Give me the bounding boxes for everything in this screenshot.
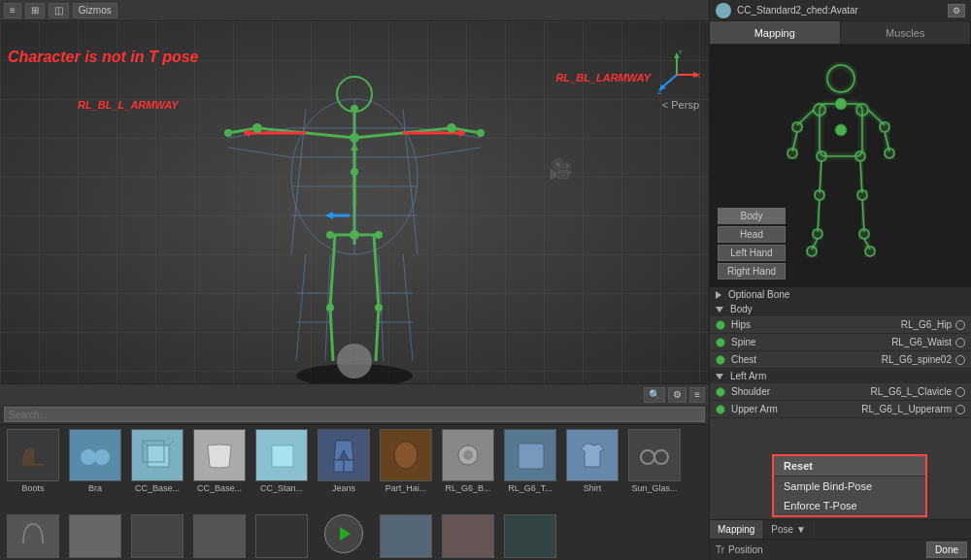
asset2-3[interactable] — [128, 514, 186, 558]
svg-line-65 — [143, 441, 148, 445]
bone-dot-shoulder — [716, 387, 725, 397]
svg-line-4 — [662, 75, 677, 87]
asset-jeans[interactable]: Jeans — [315, 429, 373, 509]
viewport-bottom-bar: 🔍 ⚙ ≡ — [0, 383, 709, 405]
rp-settings-btn[interactable]: ⚙ — [948, 4, 965, 17]
context-item-reset[interactable]: Reset — [774, 456, 925, 477]
asset-shirt[interactable]: Shirt — [563, 429, 621, 509]
bone-row-spine[interactable]: Spine RL_G6_Waist — [710, 334, 971, 351]
section-optional-arrow — [716, 291, 721, 299]
rp-status: Tr Position Done — [710, 539, 971, 560]
context-item-samplebind[interactable]: Sample Bind-Pose — [774, 477, 925, 496]
character-svg — [180, 31, 529, 383]
asset-ccbase1[interactable]: CC_Base... — [128, 429, 186, 509]
tab-mapping[interactable]: Mapping — [710, 21, 841, 44]
svg-point-50 — [351, 105, 358, 113]
body-btn-head[interactable]: Head — [718, 226, 786, 243]
svg-text:X: X — [695, 71, 701, 80]
asset2-play[interactable] — [315, 514, 373, 558]
bottom-tab-pose[interactable]: Pose ▼ — [763, 520, 814, 539]
svg-marker-49 — [351, 143, 358, 150]
svg-point-81 — [827, 65, 854, 92]
rp-header: CC_Standard2_ched:Avatar ⚙ — [710, 0, 971, 21]
search-input[interactable] — [4, 407, 705, 422]
svg-line-37 — [403, 254, 413, 361]
body-btn-lefthand[interactable]: Left Hand — [718, 245, 786, 261]
persp-label: < Persp — [662, 99, 699, 111]
bone-circle-shoulder — [955, 387, 965, 397]
svg-line-101 — [818, 200, 820, 232]
rp-avatar — [716, 3, 731, 18]
asset-ccbase2[interactable]: CC_Base... — [190, 429, 249, 509]
section-optional: Optional Bone — [710, 287, 971, 302]
asset2-7[interactable] — [377, 514, 435, 558]
asset2-8[interactable] — [439, 514, 497, 558]
bone-name-hips: Hips — [731, 319, 842, 330]
svg-text:Z: Z — [657, 87, 662, 96]
camera-icon: 🎥 — [549, 157, 573, 181]
vp-btn-2[interactable]: ⚙ — [668, 387, 686, 403]
done-button[interactable]: Done — [926, 542, 967, 558]
bone-row-upperarm[interactable]: Upper Arm RL_G6_L_Upperarm — [710, 401, 971, 418]
asset-bra[interactable]: Bra — [66, 429, 124, 509]
context-item-enforcetpose[interactable]: Enforce T-Pose — [774, 496, 925, 515]
asset-ccstan[interactable]: CC_Stan... — [252, 429, 311, 509]
bone-row-chest[interactable]: Chest RL_G6_spine02 — [710, 351, 971, 369]
bone-name-shoulder: Shoulder — [731, 386, 842, 397]
toolbar-btn-4[interactable]: Gizmos — [73, 3, 117, 18]
viewport-3d[interactable]: Character is not in T pose RL_BL_LARMWAY… — [0, 21, 709, 383]
top-toolbar: ≡ ⊞ ◫ Gizmos — [0, 0, 709, 21]
svg-rect-74 — [519, 444, 544, 469]
asset-rlg6b[interactable]: RL_G6_B... — [439, 429, 497, 509]
toolbar-btn-1[interactable]: ≡ — [4, 3, 21, 18]
asset2-9[interactable] — [501, 514, 559, 558]
svg-point-54 — [326, 231, 334, 239]
svg-point-75 — [641, 450, 654, 464]
bone-circle-upperarm — [955, 405, 965, 414]
svg-rect-64 — [148, 445, 169, 467]
asset2-2[interactable] — [66, 514, 124, 558]
svg-point-57 — [447, 123, 456, 133]
bone-name-chest: Chest — [731, 354, 842, 365]
svg-point-56 — [252, 123, 262, 133]
asset2-4[interactable] — [190, 514, 249, 558]
svg-line-20 — [374, 235, 379, 308]
svg-line-19 — [330, 308, 333, 361]
asset-rlg6t[interactable]: RL_G6_T... — [501, 429, 559, 509]
bone-value-hips: RL_G6_Hip — [842, 319, 953, 330]
tab-muscles[interactable]: Muscles — [841, 21, 972, 44]
toolbar-btn-2[interactable]: ⊞ — [25, 3, 45, 18]
asset2-5[interactable] — [252, 514, 311, 558]
asset2-1[interactable] — [4, 514, 62, 558]
bone-dot-upperarm — [716, 405, 725, 414]
svg-point-71 — [394, 442, 418, 469]
bone-dot-spine — [716, 338, 725, 347]
annotation-right: RL_BL_LARMWAY — [555, 72, 651, 83]
vp-btn-3[interactable]: ≡ — [689, 387, 705, 403]
right-panel: CC_Standard2_ched:Avatar ⚙ Mapping Muscl… — [709, 0, 971, 560]
context-menu-container: Mapping Pose ▼ Reset Sample Bind-Pose En… — [710, 519, 971, 539]
svg-point-88 — [792, 122, 802, 132]
asset-rlg6b-label: RL_G6_B... — [445, 483, 490, 493]
context-menu: Reset Sample Bind-Pose Enforce T-Pose — [772, 454, 927, 517]
asset-glasses[interactable]: Sun_Glas... — [625, 429, 684, 509]
asset-hair[interactable]: Part_Hai... — [377, 429, 435, 509]
bottom-tab-mapping[interactable]: Mapping — [710, 520, 763, 539]
asset-boots[interactable]: Boots — [4, 429, 62, 509]
bone-dot-chest — [716, 355, 725, 365]
svg-point-58 — [224, 129, 232, 137]
bone-circle-spine — [955, 338, 965, 347]
tr-label: Tr — [716, 544, 724, 555]
body-figure-diagram — [763, 59, 919, 273]
body-btn-body[interactable]: Body — [718, 208, 786, 224]
bone-row-shoulder[interactable]: Shoulder RL_G6_L_Clavicle — [710, 383, 971, 401]
svg-point-63 — [94, 449, 110, 465]
body-btn-righthand[interactable]: Right Hand — [718, 263, 786, 280]
vp-btn-1[interactable]: 🔍 — [644, 387, 665, 403]
bone-row-hips[interactable]: Hips RL_G6_Hip — [710, 316, 971, 334]
toolbar-btn-3[interactable]: ◫ — [49, 3, 69, 18]
svg-rect-68 — [272, 445, 293, 467]
section-body-label: Body — [730, 304, 753, 314]
svg-point-76 — [654, 450, 668, 464]
svg-point-59 — [477, 129, 485, 137]
